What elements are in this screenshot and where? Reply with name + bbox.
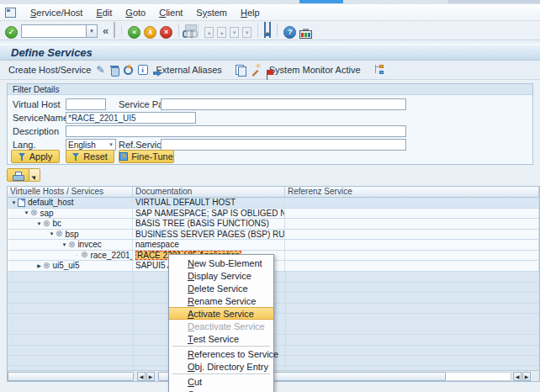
last-page-button[interactable]: ▼	[242, 23, 251, 39]
tree-expander-icon[interactable]: ▼	[48, 231, 56, 236]
system-monitor-button-label: System Monitor Active	[269, 65, 361, 75]
tree-cell-invcec[interactable]: ▼⊗invcec	[8, 240, 133, 250]
language-select[interactable]: English ▼	[66, 139, 116, 151]
context-menu-item-new-sub-element[interactable]: New Sub-Element	[169, 257, 273, 269]
first-page-button[interactable]: ▲	[204, 23, 214, 39]
command-field: ▼	[21, 23, 98, 39]
create-shortcut-button[interactable]	[269, 23, 271, 38]
context-menu-item-cut[interactable]: Cut	[169, 375, 273, 388]
save-button[interactable]	[114, 23, 115, 38]
documentation-cell[interactable]: BUSINESS SERVER PAGES (BSP) RUNTIME	[133, 230, 285, 240]
scroll-right-button-2[interactable]: ▶	[522, 372, 531, 381]
system-monitor-button[interactable]: System Monitor Active	[266, 65, 361, 75]
tree-cell-bc[interactable]: ▼⊗bc	[8, 219, 133, 229]
column-header-referenz[interactable]: Referenz Service	[285, 187, 539, 197]
tree-cell-race_2201_ui5[interactable]: ·⊗race_2201_ui5	[8, 251, 133, 261]
system-menu-icon[interactable]	[5, 8, 16, 18]
context-menu-item-obj-directory-entry[interactable]: Obj. Directory Entry	[169, 360, 273, 373]
scroll-left-button[interactable]: ◀	[137, 372, 146, 381]
tree-expander-icon[interactable]: ▶	[35, 262, 43, 268]
referenz-service-cell[interactable]	[285, 251, 539, 261]
next-page-button[interactable]: ▼	[230, 23, 239, 39]
virtual-host-label: Virtual Host	[13, 99, 61, 109]
documentation-cell[interactable]: VIRTUAL DEFAULT HOST	[133, 198, 285, 208]
wizard-icon[interactable]	[251, 65, 261, 75]
command-field-input[interactable]	[21, 24, 87, 38]
host-icon	[18, 199, 25, 207]
enter-button[interactable]: ✓	[5, 23, 18, 39]
scrollbar-thumb-fixed[interactable]	[8, 372, 134, 381]
exit-button[interactable]: ∧	[144, 23, 156, 39]
context-menu-item-references-to-service[interactable]: References to Service	[169, 347, 273, 360]
fine-tune-button[interactable]: Fine-Tune	[119, 150, 174, 163]
table-header: Virtuelle Hosts / Services Documentation…	[8, 187, 539, 198]
menu-edit[interactable]: Edit	[89, 6, 119, 19]
referenz-service-cell[interactable]	[285, 261, 539, 271]
referenz-service-cell[interactable]	[285, 198, 539, 208]
scroll-right-button[interactable]: ▶	[146, 372, 155, 381]
ref-service-input[interactable]	[161, 139, 406, 151]
description-input[interactable]	[66, 125, 406, 137]
service-icon: ⊗	[68, 241, 75, 249]
table-row-bsp[interactable]: ▼⊗bspBUSINESS SERVER PAGES (BSP) RUNTIME	[8, 230, 539, 241]
documentation-cell[interactable]: namespace	[133, 240, 285, 250]
tree-expander-icon[interactable]: ·	[73, 252, 81, 257]
table-row-bc[interactable]: ▼⊗bcBASIS TREE (BASIS FUNCTIONS)	[8, 219, 539, 230]
tree-cell-default_host[interactable]: ▼default_host	[8, 198, 133, 208]
menu-service-host[interactable]: Service/Host	[24, 6, 89, 19]
context-menu-item-copy[interactable]: Copy	[169, 388, 273, 392]
context-menu-item-test-service[interactable]: Test Service	[169, 332, 273, 345]
menu-goto[interactable]: Goto	[119, 6, 152, 19]
display-change-icon[interactable]: ✎	[96, 65, 104, 75]
column-header-hosts[interactable]: Virtuelle Hosts / Services	[8, 187, 133, 197]
table-row-default_host[interactable]: ▼default_hostVIRTUAL DEFAULT HOST	[8, 198, 539, 209]
referenz-service-cell[interactable]	[285, 230, 539, 240]
previous-page-button[interactable]: ▲	[217, 23, 226, 39]
scrollbar-track[interactable]	[446, 372, 511, 381]
cancel-button[interactable]: ×	[160, 23, 172, 39]
table-row-sap[interactable]: ▼⊗sapSAP NAMESPACE; SAP IS OBLIGED NOT T…	[8, 209, 539, 220]
service-name-input[interactable]	[66, 112, 196, 124]
menu-client[interactable]: Client	[152, 6, 189, 19]
chevron-down-icon[interactable]: ▼	[87, 24, 98, 38]
delete-icon[interactable]	[110, 65, 119, 75]
tree-cell-sap[interactable]: ▼⊗sap	[8, 209, 133, 219]
referenz-service-cell[interactable]	[285, 209, 539, 219]
referenz-service-cell[interactable]	[285, 219, 539, 229]
tree-expander-icon[interactable]: ▼	[10, 200, 18, 205]
scroll-left-button-2[interactable]: ◀	[513, 372, 521, 381]
service-path-input[interactable]	[161, 98, 406, 110]
collapse-button[interactable]: «	[101, 23, 110, 38]
tree-expander-icon[interactable]: ▼	[23, 210, 30, 215]
apply-button[interactable]: Apply	[11, 150, 60, 163]
print-button[interactable]	[7, 168, 29, 182]
virtual-host-input[interactable]	[66, 98, 106, 110]
reset-button[interactable]: Reset	[66, 150, 114, 163]
create-host-service-button[interactable]: Create Host/Service	[8, 65, 91, 75]
copy-icon[interactable]	[236, 65, 246, 75]
external-aliases-button[interactable]: External Aliases	[153, 65, 222, 75]
column-header-documentation[interactable]: Documentation	[133, 187, 285, 197]
context-menu-item-display-service[interactable]: Display Service	[169, 269, 273, 282]
menu-system[interactable]: System	[189, 6, 234, 19]
refresh-icon[interactable]	[124, 66, 133, 75]
menu-help[interactable]: Help	[234, 6, 267, 19]
context-menu-item-delete-service[interactable]: Delete Service	[169, 282, 273, 294]
back-button[interactable]: «	[128, 23, 140, 39]
documentation-cell[interactable]: BASIS TREE (BASIS FUNCTIONS)	[133, 219, 285, 229]
documentation-cell[interactable]: SAP NAMESPACE; SAP IS OBLIGED NOT T...	[133, 209, 285, 219]
print-dropdown-button[interactable]	[29, 168, 40, 182]
table-row-invcec[interactable]: ▼⊗invcecnamespace	[8, 240, 539, 251]
info-icon[interactable]: i	[138, 65, 148, 75]
tree-cell-bsp[interactable]: ▼⊗bsp	[8, 230, 133, 240]
hierarchy-icon[interactable]	[374, 65, 384, 75]
referenz-service-cell[interactable]	[285, 240, 539, 250]
context-menu-item-activate-service[interactable]: Activate Service	[169, 307, 273, 320]
service-icon: ⊗	[43, 262, 50, 270]
tree-expander-icon[interactable]: ▼	[61, 242, 68, 247]
tree-expander-icon[interactable]: ▼	[35, 221, 43, 226]
help-button[interactable]: ?	[283, 23, 296, 39]
context-menu: New Sub-ElementDisplay ServiceDelete Ser…	[168, 254, 274, 392]
tree-cell-ui5_ui5[interactable]: ▶⊗ui5_ui5	[8, 261, 133, 271]
context-menu-item-rename-service[interactable]: Rename Service	[169, 294, 273, 307]
